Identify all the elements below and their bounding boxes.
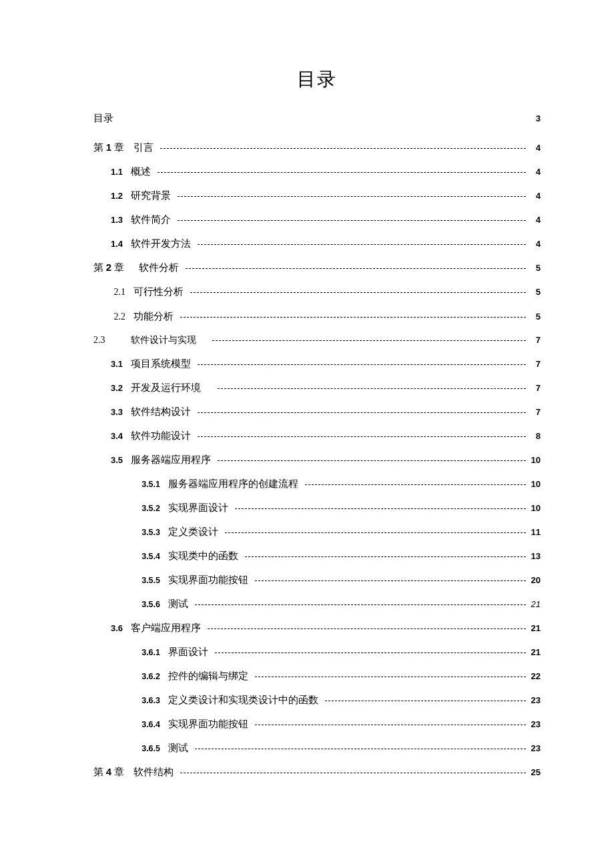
toc-entry-label: 项目系统模型 xyxy=(131,358,195,370)
toc-entry-number: 3.5.5 xyxy=(93,576,168,586)
toc-entry-number: 3.5.1 xyxy=(93,480,168,490)
toc-entry-number: 3.3 xyxy=(93,407,131,418)
toc-entry-number: 3.5.6 xyxy=(93,600,168,610)
toc-entry-page: 10 xyxy=(529,455,541,466)
toc-entry-number: 3.5.4 xyxy=(93,552,168,562)
toc-entry-number: 3.4 xyxy=(93,431,131,442)
toc-entry-label: 软件分析 xyxy=(139,262,183,274)
toc-entry-page: 11 xyxy=(529,527,541,538)
toc-entry-number: 3.6.2 xyxy=(93,672,168,682)
toc-entry-page: 25 xyxy=(529,767,541,778)
toc-leader xyxy=(212,340,527,341)
toc-entry-label: 服务器端应用程序的创建流程 xyxy=(168,478,302,490)
toc-entry-page: 23 xyxy=(529,695,541,706)
toc-leader xyxy=(215,653,526,653)
toc-entry-s1-4: 1.4软件开发方法 4 xyxy=(93,238,541,250)
toc-entry-page: 4 xyxy=(529,191,541,201)
toc-entry-ch4: 第 4 章软件结构25 xyxy=(93,766,541,778)
toc-leader xyxy=(178,196,526,197)
toc-leader xyxy=(208,628,526,629)
toc-entry-page: 22 xyxy=(529,671,541,682)
toc-entry-page: 21 xyxy=(529,623,541,634)
toc-entry-s3-6: 3.6客户端应用程序 21 xyxy=(93,622,541,634)
toc-entry-s3-5: 3.5服务器端应用程序 10 xyxy=(93,454,541,466)
toc-leader xyxy=(190,292,526,293)
toc-entry-label: 实现类中的函数 xyxy=(168,550,242,562)
toc-entry-label: 控件的编辑与绑定 xyxy=(168,670,252,682)
toc-entry-number: 3.1 xyxy=(93,359,131,370)
toc-entry-number: 2.2 xyxy=(93,312,133,323)
toc-entry-label: 目录 xyxy=(93,112,117,124)
toc-leader xyxy=(325,701,526,701)
table-of-contents: 目录3第 1 章引言41.1概述 41.2研究背景 41.3软件简介 41.4软… xyxy=(93,112,541,778)
toc-leader xyxy=(255,725,526,725)
toc-entry-label: 概述 xyxy=(131,165,155,177)
toc-entry-number: 2.1 xyxy=(93,287,133,298)
toc-entry-s3-5-3: 3.5.3定义类设计 11 xyxy=(93,526,541,538)
toc-entry-s3-5-5: 3.5.5实现界面功能按钮20 xyxy=(93,574,541,586)
toc-entry-page: 7 xyxy=(529,335,541,346)
toc-entry-page: 7 xyxy=(529,407,541,418)
toc-leader xyxy=(198,244,526,245)
toc-entry-s2-1: 2.1可行性分析 5 xyxy=(93,286,541,298)
toc-entry-number: 3.6.4 xyxy=(93,720,168,730)
toc-entry-page: 21 xyxy=(529,599,541,610)
toc-entry-ch1: 第 1 章引言4 xyxy=(93,141,541,153)
toc-entry-number: 1.1 xyxy=(93,167,131,177)
toc-leader xyxy=(195,749,526,749)
toc-entry-s3-3: 3.3软件结构设计 7 xyxy=(93,406,541,418)
toc-entry-label: 测试 xyxy=(168,598,192,610)
toc-leader xyxy=(180,773,526,773)
toc-entry-number: 第 2 章 xyxy=(93,262,139,274)
toc-entry-page: 21 xyxy=(529,647,541,658)
toc-entry-label: 软件功能设计 xyxy=(131,430,195,442)
toc-entry-s3-5-2: 3.5.2实现界面设计 10 xyxy=(93,502,541,514)
toc-entry-number: 2.3 xyxy=(93,335,131,346)
toc-entry-page: 4 xyxy=(529,239,541,250)
toc-entry-s3-6-5: 3.6.5测试23 xyxy=(93,742,541,754)
toc-entry-page: 4 xyxy=(529,143,541,153)
toc-leader xyxy=(255,580,526,581)
toc-entry-number: 3.5.3 xyxy=(93,528,168,538)
toc-entry-label: 功能分析 xyxy=(133,310,178,322)
toc-leader xyxy=(186,268,526,269)
toc-entry-s1-1: 1.1概述 4 xyxy=(93,165,541,177)
toc-leader xyxy=(198,412,526,413)
toc-leader xyxy=(225,532,526,533)
toc-entry-label: 软件结构 xyxy=(133,766,178,778)
toc-leader xyxy=(198,436,526,437)
toc-entry-page: 10 xyxy=(529,479,541,490)
toc-entry-s3-6-2: 3.6.2控件的编辑与绑定22 xyxy=(93,670,541,682)
toc-entry-page: 5 xyxy=(529,263,541,274)
toc-entry-number: 3.2 xyxy=(93,383,131,394)
toc-leader xyxy=(195,604,526,605)
toc-entry-page: 7 xyxy=(529,359,541,370)
toc-entry-label: 实现界面功能按钮 xyxy=(168,574,252,586)
toc-leader xyxy=(178,220,526,221)
toc-entry-number: 3.6.5 xyxy=(93,744,168,754)
toc-entry-s3-5-4: 3.5.4实现类中的函数13 xyxy=(93,550,541,562)
toc-leader xyxy=(245,556,526,557)
toc-entry-label: 软件结构设计 xyxy=(131,406,195,418)
toc-entry-page: 23 xyxy=(529,743,541,754)
toc-entry-s2-2: 2.2功能分析5 xyxy=(93,310,541,323)
toc-entry-label: 实现界面设计 xyxy=(168,502,232,514)
toc-entry-s3-6-3: 3.6.3定义类设计和实现类设计中的函数23 xyxy=(93,694,541,706)
toc-entry-label: 软件开发方法 xyxy=(131,238,195,250)
toc-entry-s3-2: 3.2开发及运行环境 7 xyxy=(93,382,541,394)
toc-entry-s1-3: 1.3软件简介 4 xyxy=(93,213,541,226)
toc-entry-toc-self: 目录3 xyxy=(93,112,541,124)
toc-entry-label: 可行性分析 xyxy=(133,286,188,298)
toc-leader xyxy=(255,677,526,677)
toc-entry-label: 定义类设计 xyxy=(168,526,222,538)
toc-entry-s3-4: 3.4软件功能设计8 xyxy=(93,430,541,442)
toc-leader xyxy=(180,317,526,318)
toc-entry-label: 界面设计 xyxy=(168,646,212,658)
toc-entry-page: 20 xyxy=(529,575,541,586)
toc-leader xyxy=(218,388,526,389)
toc-entry-label: 定义类设计和实现类设计中的函数 xyxy=(168,694,322,706)
toc-entry-label: 实现界面功能按钮 xyxy=(168,718,252,730)
toc-entry-number: 第 4 章 xyxy=(93,766,133,778)
toc-entry-label: 服务器端应用程序 xyxy=(131,454,215,466)
toc-entry-page: 3 xyxy=(529,113,541,124)
